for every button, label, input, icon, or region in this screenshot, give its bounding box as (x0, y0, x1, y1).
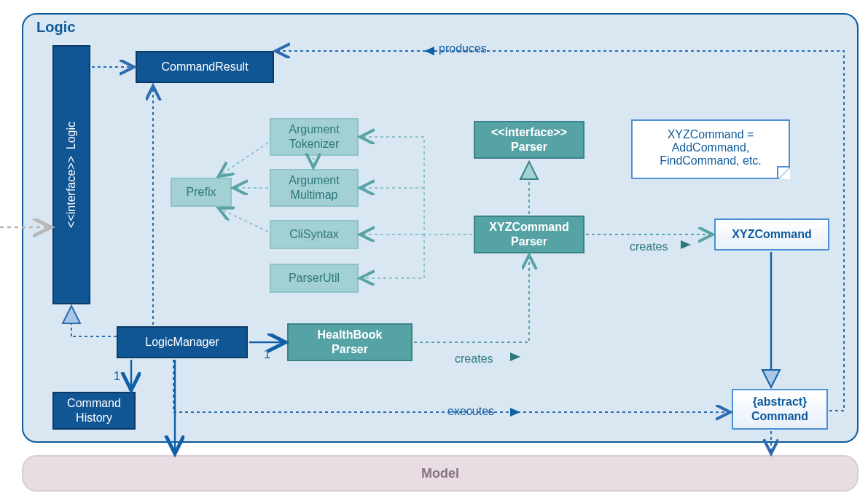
logic-interface-text: <<interface>> Logic (64, 122, 79, 228)
xyz-command-label: XYZCommand (732, 227, 811, 242)
model-label: Model (421, 465, 459, 482)
healthbook-parser-box: HealthBook Parser (287, 323, 413, 361)
argument-multimap-label: Argument Multimap (289, 173, 339, 202)
argument-tokenizer-label: Argument Tokenizer (289, 122, 339, 151)
creates2-label: creates (630, 240, 668, 253)
logic-interface-box: <<interface>> Logic (52, 45, 90, 304)
model-box: Model (22, 455, 859, 492)
xyz-command-parser-box: XYZCommand Parser (474, 216, 584, 253)
command-history-box: Command History (52, 392, 136, 430)
note-line3: FindCommand, etc. (643, 154, 778, 167)
parser-interface-stereotype: <<interface>> (491, 125, 567, 140)
abstract-command-text: {abstract} Command (751, 395, 808, 424)
xyz-command-parser-label: XYZCommand Parser (489, 220, 568, 249)
healthbook-parser-label: HealthBook Parser (318, 328, 383, 357)
argument-tokenizer-box: Argument Tokenizer (270, 118, 359, 156)
prefix-box: Prefix (171, 178, 232, 207)
creates1-label: creates (455, 352, 493, 366)
logic-manager-label: LogicManager (145, 335, 219, 350)
xyz-command-box: XYZCommand (714, 218, 829, 250)
executes-label: executes (447, 405, 494, 418)
clisyntax-box: CliSyntax (270, 220, 359, 249)
parser-interface-name: Parser (491, 140, 567, 154)
parser-interface-box: <<interface>> Parser (474, 121, 584, 159)
xyz-note: XYZCommand = AddCommand, FindCommand, et… (631, 119, 790, 179)
logic-interface-stereotype: <<interface>> (65, 156, 77, 228)
abstract-command-box: {abstract} Command (732, 389, 828, 430)
mult-lm-ch: 1 (114, 370, 120, 383)
command-history-label: Command History (67, 396, 121, 425)
parser-interface-text: <<interface>> Parser (491, 125, 567, 154)
prefix-label: Prefix (187, 185, 216, 200)
clisyntax-label: CliSyntax (289, 227, 339, 242)
argument-multimap-box: Argument Multimap (270, 169, 359, 207)
abstract-command-stereotype: {abstract} (751, 395, 808, 409)
parserutil-box: ParserUtil (270, 264, 359, 293)
abstract-command-name: Command (751, 409, 808, 424)
logic-interface-name: Logic (65, 122, 77, 149)
note-line1: XYZCommand = (643, 128, 778, 141)
produces-label: produces (439, 42, 487, 55)
logic-manager-box: LogicManager (117, 326, 248, 358)
package-title: Logic (36, 19, 75, 36)
mult-lm-hbp: 1 (264, 348, 270, 361)
command-result-label: CommandResult (161, 60, 248, 74)
note-line2: AddCommand, (643, 141, 778, 154)
command-result-box: CommandResult (136, 51, 274, 83)
note-corner (777, 166, 790, 179)
parserutil-label: ParserUtil (289, 271, 340, 285)
